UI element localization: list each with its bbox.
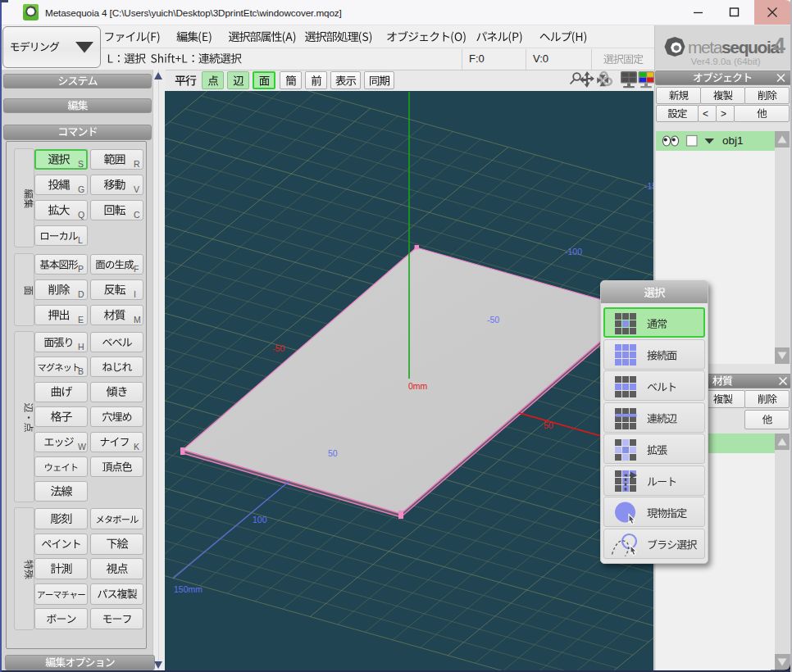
svg-text:50: 50 <box>544 420 553 430</box>
svg-text:50: 50 <box>328 448 338 458</box>
svg-text:-100: -100 <box>565 247 582 257</box>
svg-text:100: 100 <box>253 515 267 524</box>
svg-text:150mm: 150mm <box>174 584 203 594</box>
svg-text:0mm: 0mm <box>408 381 428 391</box>
svg-text:-150: -150 <box>644 181 653 191</box>
svg-text:-50: -50 <box>487 315 499 325</box>
svg-text:-50: -50 <box>272 343 284 353</box>
